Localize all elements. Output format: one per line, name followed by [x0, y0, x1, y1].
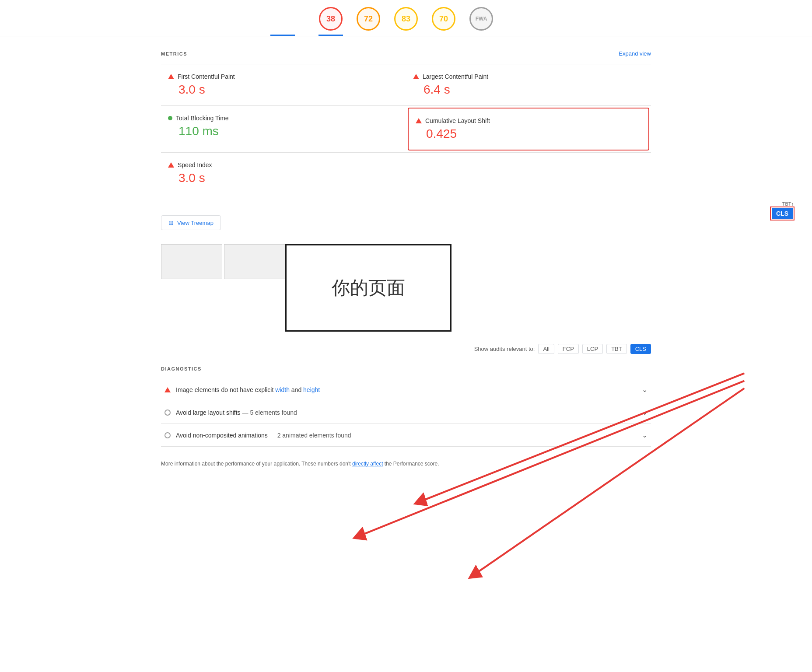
- screenshot-main: 你的页面: [285, 244, 452, 332]
- audit-item-layout-shifts[interactable]: Avoid large layout shifts — 5 elements f…: [161, 401, 651, 424]
- audit-text-img: Image elements do not have explicit widt…: [176, 386, 642, 393]
- tbt-header: Total Blocking Time: [168, 115, 399, 122]
- lcp-value: 6.4 s: [424, 83, 644, 97]
- tbt-cls-annotation: TBT↑ CLS: [770, 201, 794, 220]
- tab-72[interactable]: 72: [357, 7, 380, 36]
- diagnostics-title: DIAGNOSTICS: [161, 366, 202, 371]
- metric-si: Speed Index 3.0 s: [161, 153, 651, 194]
- red-triangle-icon-fcp: [168, 74, 174, 79]
- filter-lcp-button[interactable]: LCP: [582, 344, 603, 354]
- si-label: Speed Index: [178, 161, 212, 168]
- cls-label: Cumulative Layout Shift: [425, 117, 490, 124]
- filter-label: Show audits relevant to:: [474, 346, 535, 352]
- chevron-down-icon-anim: ⌄: [642, 431, 648, 439]
- score-circle-70: 70: [432, 7, 455, 31]
- score-circle-83: 83: [394, 7, 418, 31]
- metrics-grid: First Contentful Paint 3.0 s Largest Con…: [161, 64, 651, 194]
- chevron-down-icon-img: ⌄: [642, 385, 648, 394]
- cls-filter-badge[interactable]: CLS: [772, 208, 793, 219]
- lcp-header: Largest Contentful Paint: [413, 73, 644, 80]
- si-header: Speed Index: [168, 161, 644, 168]
- screenshot-thumb-1: [161, 244, 222, 279]
- tab-70[interactable]: 70: [432, 7, 455, 36]
- audit-item-img-explicit[interactable]: Image elements do not have explicit widt…: [161, 378, 651, 401]
- info-circle-icon-anim: [164, 432, 171, 438]
- audit-text-anim: Avoid non-composited animations — 2 anim…: [176, 432, 642, 439]
- screenshot-area: 你的页面 TBT↑ CLS: [161, 244, 651, 332]
- info-circle-icon-layout: [164, 410, 171, 416]
- filter-cls-button[interactable]: CLS: [630, 344, 651, 354]
- tbt-annotation-label: TBT↑: [782, 201, 794, 206]
- tbt-value: 110 ms: [178, 124, 399, 138]
- chevron-down-icon-layout: ⌄: [642, 408, 648, 416]
- filter-all-button[interactable]: All: [538, 344, 554, 354]
- metrics-row-3: Speed Index 3.0 s: [161, 153, 651, 194]
- metrics-section-header: METRICS Expand view: [161, 50, 651, 57]
- filter-fcp-button[interactable]: FCP: [558, 344, 579, 354]
- red-triangle-icon-si: [168, 162, 174, 168]
- tab-38[interactable]: 38: [319, 7, 343, 36]
- score-circle-38: 38: [319, 7, 343, 31]
- tab-83[interactable]: 83: [394, 7, 418, 36]
- audit-text-layout: Avoid large layout shifts — 5 elements f…: [176, 409, 642, 416]
- tbt-label: Total Blocking Time: [176, 115, 229, 122]
- cls-value: 0.425: [426, 127, 641, 141]
- treemap-area: ⊞ View Treemap 你的页面 TBT↑ CLS: [161, 208, 651, 332]
- lcp-label: Largest Contentful Paint: [423, 73, 488, 80]
- height-link[interactable]: height: [303, 386, 320, 393]
- fcp-value: 3.0 s: [178, 83, 399, 97]
- metrics-title: METRICS: [161, 51, 187, 56]
- metric-cls: Cumulative Layout Shift 0.425: [408, 108, 649, 150]
- treemap-icon: ⊞: [168, 219, 174, 226]
- green-dot-icon-tbt: [168, 116, 172, 120]
- warn-triangle-icon-img: [164, 387, 171, 392]
- si-value: 3.0 s: [178, 171, 644, 185]
- red-triangle-icon-lcp: [413, 74, 419, 79]
- footer-note: More information about the performance o…: [161, 457, 651, 467]
- main-content: METRICS Expand view First Contentful Pai…: [144, 36, 668, 481]
- view-treemap-button[interactable]: ⊞ View Treemap: [161, 215, 221, 230]
- metrics-row-1: First Contentful Paint 3.0 s Largest Con…: [161, 64, 651, 106]
- audit-filter-row: Show audits relevant to: All FCP LCP TBT…: [161, 339, 651, 359]
- cls-annotation-box: CLS: [770, 206, 794, 220]
- score-tabs: 38 72 83 70 FWA: [0, 0, 812, 36]
- directly-affect-link[interactable]: directly affect: [352, 461, 383, 467]
- expand-view-link[interactable]: Expand view: [619, 50, 651, 57]
- metrics-row-2: Total Blocking Time 110 ms Cumulative La…: [161, 106, 651, 153]
- diagnostics-section-header: DIAGNOSTICS: [161, 366, 651, 371]
- score-circle-fwa: FWA: [469, 7, 493, 31]
- cls-header: Cumulative Layout Shift: [416, 117, 641, 124]
- filter-tbt-button[interactable]: TBT: [606, 344, 627, 354]
- audit-item-non-composited[interactable]: Avoid non-composited animations — 2 anim…: [161, 424, 651, 447]
- fcp-label: First Contentful Paint: [178, 73, 235, 80]
- diagnostics-section: DIAGNOSTICS Image elements do not have e…: [161, 366, 651, 447]
- screenshot-thumb-2: [224, 244, 285, 279]
- tab-fwa[interactable]: FWA: [469, 7, 493, 36]
- metrics-section: METRICS Expand view First Contentful Pai…: [161, 50, 651, 194]
- fcp-header: First Contentful Paint: [168, 73, 399, 80]
- red-triangle-icon-cls: [416, 118, 422, 123]
- metric-lcp: Largest Contentful Paint 6.4 s: [406, 64, 651, 105]
- metric-fcp: First Contentful Paint 3.0 s: [161, 64, 406, 105]
- width-link[interactable]: width: [275, 386, 290, 393]
- score-circle-72: 72: [357, 7, 380, 31]
- metric-tbt: Total Blocking Time 110 ms: [161, 106, 406, 152]
